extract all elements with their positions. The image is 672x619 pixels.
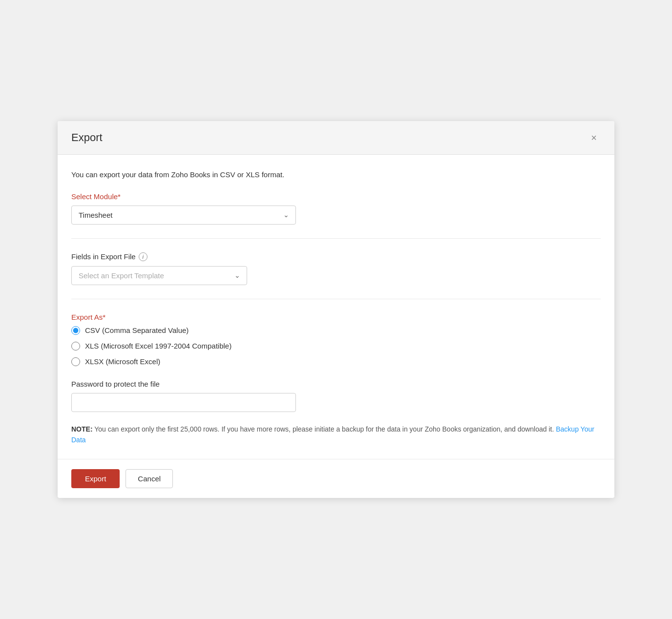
export-dialog: Export × You can export your data from Z… [58,121,614,498]
radio-option-csv[interactable]: CSV (Comma Separated Value) [71,326,601,335]
radio-csv[interactable] [71,326,80,335]
template-select-wrapper: Select an Export Template ⌄ [71,266,247,285]
radio-xlsx[interactable] [71,357,80,366]
password-input[interactable] [71,393,296,412]
fields-section: Fields in Export File i Select an Export… [71,252,601,285]
export-as-label: Export As* [71,313,601,321]
module-select-wrapper: Timesheet Projects Time Entries ⌄ [71,206,296,225]
dialog-title: Export [71,131,103,144]
radio-option-xlsx[interactable]: XLSX (Microsoft Excel) [71,357,601,366]
radio-csv-label: CSV (Comma Separated Value) [85,326,189,334]
close-button[interactable]: × [587,131,601,144]
export-as-section: Export As* CSV (Comma Separated Value) X… [71,313,601,366]
module-select[interactable]: Timesheet Projects Time Entries [71,206,296,225]
radio-option-xls[interactable]: XLS (Microsoft Excel 1997-2004 Compatibl… [71,342,601,351]
export-button[interactable]: Export [71,469,120,488]
radio-xls[interactable] [71,342,80,351]
radio-xlsx-label: XLSX (Microsoft Excel) [85,357,160,366]
password-section: Password to protect the file [71,380,601,412]
note-section: NOTE: You can export only the first 25,0… [71,424,601,446]
module-label: Select Module* [71,192,601,201]
fields-label: Fields in Export File i [71,252,601,261]
template-select[interactable]: Select an Export Template [71,266,247,285]
dialog-footer: Export Cancel [58,459,614,498]
divider-2 [71,299,601,299]
radio-xls-label: XLS (Microsoft Excel 1997-2004 Compatibl… [85,342,231,350]
intro-text: You can export your data from Zoho Books… [71,170,601,179]
info-icon: i [139,252,147,261]
module-section: Select Module* Timesheet Projects Time E… [71,192,601,225]
dialog-body: You can export your data from Zoho Books… [58,155,614,459]
cancel-button[interactable]: Cancel [126,469,173,488]
password-label: Password to protect the file [71,380,601,388]
note-prefix: NOTE: [71,425,93,433]
divider-1 [71,238,601,239]
dialog-header: Export × [58,121,614,155]
fields-label-text: Fields in Export File [71,252,136,261]
note-text: You can export only the first 25,000 row… [94,425,554,433]
export-format-radio-group: CSV (Comma Separated Value) XLS (Microso… [71,326,601,366]
